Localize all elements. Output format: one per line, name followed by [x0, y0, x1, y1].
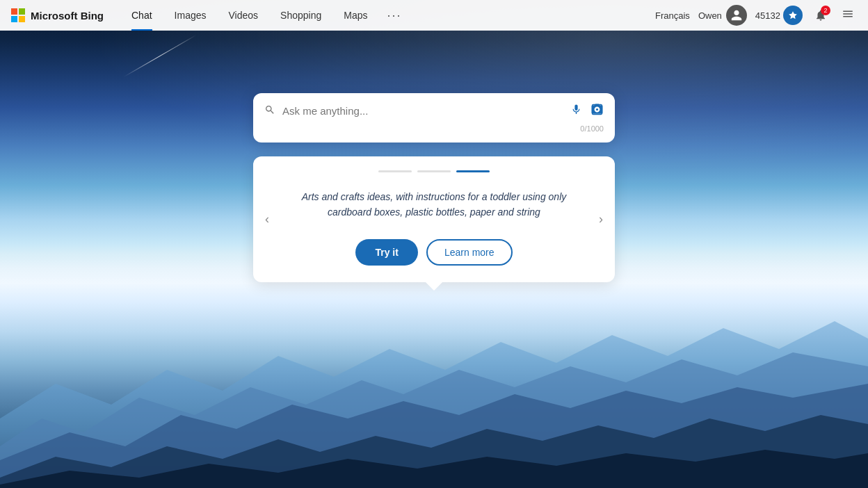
- nav-item-chat[interactable]: Chat: [120, 0, 163, 31]
- user-area[interactable]: Owen: [698, 5, 747, 26]
- microphone-icon[interactable]: [570, 104, 582, 118]
- search-right-icons: [570, 103, 604, 119]
- points-value: 45132: [755, 10, 780, 21]
- language-button[interactable]: Français: [655, 10, 690, 21]
- logo-text: Microsoft Bing: [31, 10, 104, 22]
- nav-links: Chat Images Videos Shopping Maps ···: [120, 0, 655, 31]
- search-input-row: [264, 103, 604, 119]
- camera-search-icon[interactable]: [590, 103, 604, 119]
- carousel-dot-3[interactable]: [456, 170, 490, 172]
- carousel-dot-1[interactable]: [378, 170, 412, 172]
- carousel-buttons: Try it Learn more: [281, 239, 587, 266]
- search-input[interactable]: [282, 105, 563, 117]
- learn-more-button[interactable]: Learn more: [426, 239, 513, 266]
- carousel-dot-2[interactable]: [417, 170, 451, 172]
- nav-more-button[interactable]: ···: [378, 0, 410, 31]
- navbar: Microsoft Bing Chat Images Videos Shoppi…: [0, 0, 868, 31]
- carousel-suggestion-text: Arts and crafts ideas, with instructions…: [281, 184, 587, 225]
- try-it-button[interactable]: Try it: [355, 239, 417, 266]
- hamburger-menu-button[interactable]: [839, 5, 857, 26]
- speech-bubble-tail: [426, 282, 442, 291]
- points-icon: [783, 6, 803, 25]
- svg-point-5: [596, 108, 598, 111]
- nav-item-images[interactable]: Images: [163, 0, 218, 31]
- nav-right: Français Owen 45132 2: [655, 5, 857, 26]
- points-badge[interactable]: 45132: [755, 6, 803, 25]
- user-name: Owen: [698, 10, 722, 21]
- suggestion-carousel: Arts and crafts ideas, with instructions…: [253, 156, 615, 282]
- microsoft-logo-icon: [11, 8, 25, 22]
- nav-item-maps[interactable]: Maps: [332, 0, 378, 31]
- carousel-indicators: [281, 170, 587, 172]
- notification-count: 2: [821, 6, 830, 15]
- search-icon: [264, 104, 275, 118]
- carousel-next-button[interactable]: ›: [591, 210, 611, 229]
- main-content: 0/1000 Arts and crafts ideas, with instr…: [0, 31, 868, 488]
- char-count: 0/1000: [264, 124, 604, 133]
- notification-button[interactable]: 2: [811, 6, 830, 25]
- nav-item-videos[interactable]: Videos: [218, 0, 270, 31]
- user-avatar: [726, 5, 747, 26]
- nav-item-shopping[interactable]: Shopping: [269, 0, 332, 31]
- search-container: 0/1000: [253, 93, 615, 143]
- logo-area[interactable]: Microsoft Bing: [11, 8, 104, 22]
- carousel-prev-button[interactable]: ‹: [257, 210, 277, 229]
